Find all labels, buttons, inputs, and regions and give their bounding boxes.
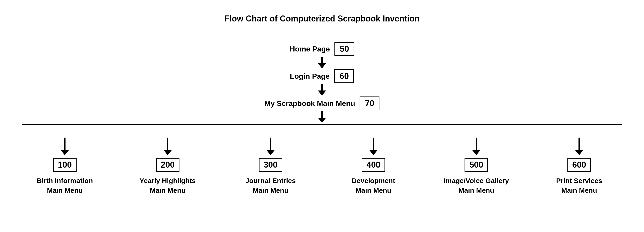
login-page-label: Login Page xyxy=(290,72,330,81)
home-page-box: 50 xyxy=(334,42,354,56)
arrow-stem xyxy=(321,57,323,63)
child-label-300: Journal EntriesMain Menu xyxy=(246,176,296,195)
child-label-500: Image/Voice GalleryMain Menu xyxy=(444,176,509,195)
child-box-400: 400 xyxy=(362,158,385,172)
v-drop-200 xyxy=(167,138,168,150)
home-page-label: Home Page xyxy=(290,45,330,53)
arrow-stem-2 xyxy=(321,84,323,91)
v-drop-100 xyxy=(64,138,66,150)
child-node-600: 600 Print ServicesMain Menu xyxy=(536,138,622,195)
child-arrow-head-400 xyxy=(369,150,378,155)
child-node-400: 400 DevelopmentMain Menu xyxy=(331,138,416,195)
child-label-600: Print ServicesMain Menu xyxy=(556,176,602,195)
arrow-head xyxy=(318,63,326,68)
chart-title: Flow Chart of Computerized Scrapbook Inv… xyxy=(224,14,420,24)
main-menu-label: My Scrapbook Main Menu xyxy=(264,99,355,108)
child-label-400: DevelopmentMain Menu xyxy=(352,176,395,195)
arrow-head-2 xyxy=(318,91,326,96)
arrow-home-login xyxy=(318,57,326,68)
child-arrow-300 xyxy=(266,138,275,155)
child-arrow-500 xyxy=(472,138,480,155)
child-box-100: 100 xyxy=(53,158,76,172)
child-arrow-head-100 xyxy=(61,150,69,155)
v-drop-600 xyxy=(578,138,580,150)
child-arrow-600 xyxy=(575,138,583,155)
h-line xyxy=(22,124,622,125)
v-drop-300 xyxy=(270,138,271,150)
children-row: 100 Birth InformationMain Menu 200 Yearl… xyxy=(22,138,622,195)
child-node-300: 300 Journal EntriesMain Menu xyxy=(228,138,313,195)
arrow-head-3 xyxy=(318,118,326,123)
child-box-300: 300 xyxy=(259,158,282,172)
child-node-200: 200 Yearly HighlightsMain Menu xyxy=(125,138,210,195)
child-label-200: Yearly HighlightsMain Menu xyxy=(140,176,196,195)
child-arrow-200 xyxy=(164,138,172,155)
child-box-600: 600 xyxy=(568,158,591,172)
child-arrow-head-200 xyxy=(164,150,172,155)
main-menu-row: My Scrapbook Main Menu 70 xyxy=(264,97,380,110)
arrow-stem-3 xyxy=(321,111,323,118)
child-label-100: Birth InformationMain Menu xyxy=(37,176,93,195)
child-arrow-100 xyxy=(61,138,69,155)
child-box-500: 500 xyxy=(464,158,488,172)
child-arrow-400 xyxy=(369,138,378,155)
home-page-row: Home Page 50 xyxy=(290,42,354,56)
top-chain: Home Page 50 Login Page 60 My Scrapbook … xyxy=(264,42,380,124)
main-menu-box: 70 xyxy=(360,97,380,110)
login-page-box: 60 xyxy=(334,69,354,83)
child-node-500: 500 Image/Voice GalleryMain Menu xyxy=(434,138,519,195)
child-arrow-head-300 xyxy=(266,150,275,155)
child-node-100: 100 Birth InformationMain Menu xyxy=(22,138,108,195)
child-arrow-head-600 xyxy=(575,150,583,155)
chart-container: Flow Chart of Computerized Scrapbook Inv… xyxy=(0,0,644,232)
v-drop-500 xyxy=(476,138,477,150)
child-box-200: 200 xyxy=(156,158,180,172)
child-arrow-head-500 xyxy=(472,150,480,155)
login-page-row: Login Page 60 xyxy=(290,69,354,83)
arrow-menu-branch xyxy=(318,111,326,123)
v-drop-400 xyxy=(373,138,374,150)
branch-section: 100 Birth InformationMain Menu 200 Yearl… xyxy=(0,124,644,195)
arrow-login-menu xyxy=(318,84,326,96)
h-line-container xyxy=(22,124,622,138)
